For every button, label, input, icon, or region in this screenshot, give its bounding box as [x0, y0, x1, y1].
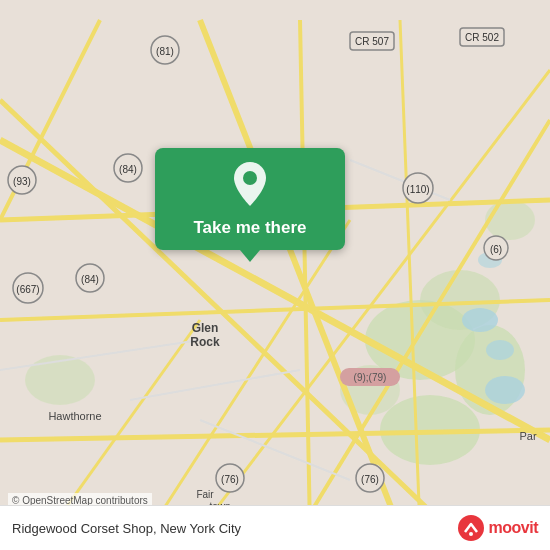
svg-point-10: [485, 376, 525, 404]
svg-text:(84): (84): [81, 274, 99, 285]
svg-point-61: [469, 532, 473, 536]
svg-text:Glen: Glen: [192, 321, 219, 335]
svg-text:Fair: Fair: [196, 489, 214, 500]
svg-point-60: [458, 515, 484, 541]
moovit-brand-label: moovit: [489, 519, 538, 537]
svg-text:(76): (76): [361, 474, 379, 485]
bottom-bar: Ridgewood Corset Shop, New York City moo…: [0, 505, 550, 550]
location-pin-icon: [232, 162, 268, 210]
svg-text:(76): (76): [221, 474, 239, 485]
svg-text:(6): (6): [490, 244, 502, 255]
take-me-there-popup[interactable]: Take me there: [155, 148, 345, 250]
moovit-logo: moovit: [457, 514, 538, 542]
svg-text:CR 507: CR 507: [355, 36, 389, 47]
svg-point-7: [25, 355, 95, 405]
location-label: Ridgewood Corset Shop, New York City: [12, 521, 241, 536]
svg-point-8: [462, 308, 498, 332]
map-container: (81) (84) (84) (667) (93) CR 507 CR 502 …: [0, 0, 550, 550]
svg-point-9: [486, 340, 514, 360]
svg-text:(110): (110): [406, 184, 429, 195]
moovit-icon: [457, 514, 485, 542]
svg-text:Hawthorne: Hawthorne: [48, 410, 101, 422]
svg-text:Rock: Rock: [190, 335, 220, 349]
svg-text:CR 502: CR 502: [465, 32, 499, 43]
svg-text:(93): (93): [13, 176, 31, 187]
svg-text:(667): (667): [16, 284, 39, 295]
take-me-there-button[interactable]: Take me there: [193, 218, 306, 238]
map-svg: (81) (84) (84) (667) (93) CR 507 CR 502 …: [0, 0, 550, 550]
svg-point-59: [243, 171, 257, 185]
svg-text:Par: Par: [519, 430, 536, 442]
svg-text:(84): (84): [119, 164, 137, 175]
svg-point-4: [485, 200, 535, 240]
svg-text:(9);(79): (9);(79): [354, 372, 387, 383]
svg-text:(81): (81): [156, 46, 174, 57]
